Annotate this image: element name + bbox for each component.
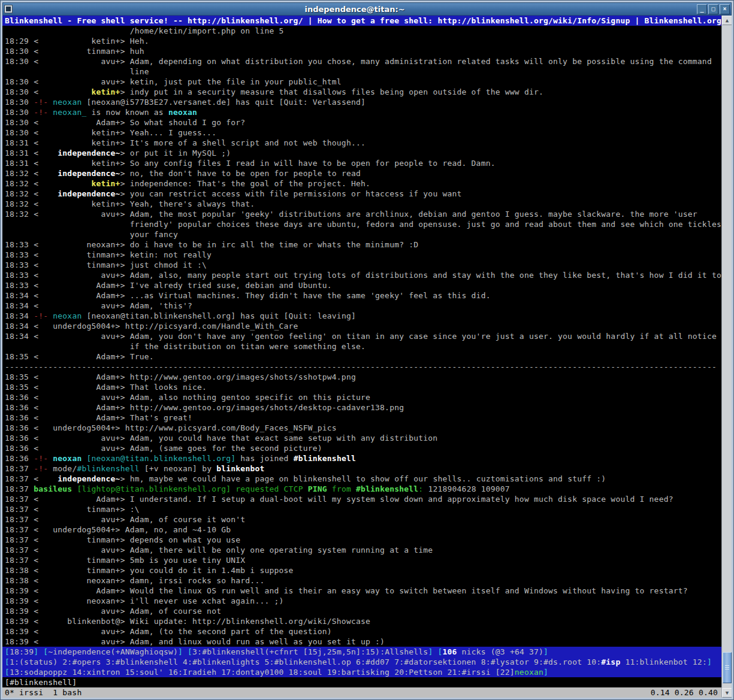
text-segment: [+v neoxan] by <box>140 464 216 473</box>
scroll-down-icon[interactable]: ▼ <box>722 688 732 698</box>
chat-row: 18:39 < neoxan+> i'll never use xchat ag… <box>2 596 721 606</box>
text-segment: has joined <box>235 454 293 463</box>
text-segment: 18:39 < neoxan+> i'll never use xchat ag… <box>5 596 284 605</box>
text-segment: 18:30 < <box>5 87 91 96</box>
text-segment: 18:36 <box>5 454 34 463</box>
text-segment: 18:32 < <box>5 189 58 198</box>
text-segment: neoxan <box>515 668 543 677</box>
input-line[interactable]: [#blinkenshell] <box>2 677 721 687</box>
text-segment: friendly' popular choices these days are… <box>5 220 721 229</box>
text-segment: 18:36 < avu+> Adam, also nothing gentoo … <box>5 393 370 402</box>
text-segment: independence~ <box>58 169 120 178</box>
text-segment: ] <box>543 647 548 656</box>
chat-row: 18:37 basileus [lightop@titan.blinkenshe… <box>2 484 721 494</box>
chat-row: 18:32 < independence~> no, the don't hav… <box>2 168 721 178</box>
topic-bar: Blinkenshell - Free shell service! -- ht… <box>2 16 721 26</box>
load-average: 0.14 0.26 0.40 <box>651 687 718 698</box>
chat-row: 18:30 < tinman+> huh <box>2 46 721 56</box>
chat-row: 18:36 < avu+> Adam, you could have that … <box>2 433 721 443</box>
chat-row: 18:38 < tinman+> you could do it in 1.4m… <box>2 565 721 575</box>
text-segment: [ <box>5 668 10 677</box>
text-segment: 18:31 < ketin+> So any config files I re… <box>5 159 496 168</box>
chat-row: 18:37 < avu+> Adam, of course it won't <box>2 514 721 525</box>
text-segment: 18:30 < ketin+> Yeah... I guess... <box>5 128 216 137</box>
screen-window-list[interactable]: 0* irssi 1 bash <box>5 687 81 698</box>
text-segment: [ <box>5 647 10 656</box>
chat-row: 18:30 < ketin+> indy put in a security m… <box>2 87 721 97</box>
text-segment: -!- <box>34 108 53 117</box>
text-segment: 18:30 < avu+> ketin, just put the file i… <box>5 77 342 86</box>
text-segment: 18:37 < avu+> Adam, there will be only o… <box>5 546 433 554</box>
chat-row: 18:39 < avu+> Adam, of course not <box>2 606 721 616</box>
text-segment: 18:37 < underdog5004+> Adam, no, and ~4-… <box>5 525 231 534</box>
text-segment: 18:39 < blinkenbot@> Wiki update: http:/… <box>5 617 370 626</box>
chat-row: 18:36 < Adam+> http://www.gentoo.org/ima… <box>2 402 721 413</box>
terminal-window: independence@titan:~ _ □ × Blinkenshell … <box>0 0 734 700</box>
text-segment: ] <box>178 647 183 656</box>
scrollbar[interactable]: ▲ ▼ <box>721 16 732 698</box>
text-segment: 11:blinkenbot 12: <box>620 657 706 666</box>
scrollbar-thumb[interactable] <box>723 652 732 683</box>
text-segment: 18:30 < avu+> Adam, depending on what di… <box>5 57 712 66</box>
chat-row: 18:35 < Adam+> True. <box>2 351 721 362</box>
text-segment: 106 <box>443 647 457 656</box>
text-segment: 18:37 < Adam+> I understand. If I setup … <box>5 495 673 504</box>
text-segment: -!- <box>34 98 53 107</box>
text-segment: is now known as <box>86 108 168 117</box>
text-segment: 18:39 < avu+> Adam, and linux would run … <box>5 637 385 646</box>
chat-row: 18:39 < blinkenbot@> Wiki update: http:/… <box>2 616 721 626</box>
title-bar[interactable]: independence@titan:~ _ □ × <box>2 2 732 16</box>
chat-row: /home/ketin/import.php on line 5 <box>2 26 721 36</box>
text-segment: requested CTCP <box>231 484 307 493</box>
chat-row: 18:31 < ketin+> So any config files I re… <box>2 158 721 168</box>
text-segment: 18:37 < tinman+> 5mb is you use tiny UNI… <box>5 556 245 565</box>
text-segment: 18:33 < neoxan+> do i have to be in irc … <box>5 240 418 249</box>
text-segment: 18:37 <box>5 464 34 473</box>
minimize-button[interactable]: _ <box>697 4 707 14</box>
close-button[interactable]: × <box>720 4 730 14</box>
maximize-button[interactable]: □ <box>708 4 718 14</box>
text-segment: -!- <box>34 454 53 463</box>
text-segment: [22] <box>496 668 515 677</box>
chat-log: /home/ketin/import.php on line 518:29 < … <box>2 26 721 647</box>
text-segment: 18:32 < <box>5 169 58 178</box>
text-segment: from <box>327 484 356 493</box>
chat-row: 18:36 -!- neoxan [neoxan@titan.blinkensh… <box>2 453 721 463</box>
status-row: [1:(status) 2:#opers 3:#blinkenshell 4:#… <box>2 657 721 667</box>
chat-row: 18:36 < avu+> Adam, also nothing gentoo … <box>2 392 721 402</box>
chat-row: 18:38 < neoxan+> damn, irssi rocks so ha… <box>2 575 721 586</box>
chat-row: 18:33 < tinman+> just chmod it :\ <box>2 260 721 270</box>
text-segment: 1218904628 109007 <box>423 484 509 493</box>
chat-row: 18:34 < avu+> Adam, 'this'? <box>2 301 721 311</box>
chat-row: if the distribution on titan were someth… <box>2 341 721 351</box>
chat-row: 18:32 < ketin+> independence: That's the… <box>2 178 721 189</box>
chat-row: 18:39 < avu+> Adam, and linux would run … <box>2 637 721 647</box>
status-row: [18:39] [~independence(+ANWaghioqsw)] [3… <box>2 647 721 657</box>
text-segment: 18:35 < Adam+> That looks nice. <box>5 383 207 392</box>
text-segment: 18:36 < Adam+> http://www.gentoo.org/ima… <box>5 403 404 412</box>
text-segment: 18:33 < Adam+> I've alredy tried suse, d… <box>5 281 332 290</box>
text-segment: nicks (@3 +64 37) <box>457 647 543 656</box>
text-segment: 18:37 < <box>5 474 58 483</box>
text-segment: 18:33 < tinman+> just chmod it :\ <box>5 260 207 269</box>
scroll-up-icon[interactable]: ▲ <box>722 16 732 25</box>
text-segment: ketin+ <box>91 87 120 96</box>
chat-row: 18:37 < underdog5004+> Adam, no, and ~4-… <box>2 525 721 535</box>
text-segment: 18:39 < Adam+> Would the linux OS run we… <box>5 586 688 595</box>
screen-status-bar: 0* irssi 1 bash 0.14 0.26 0.40 <box>2 687 721 698</box>
text-segment: > or put it in MySQL ;) <box>120 149 231 157</box>
chat-row: 18:32 < independence~> you can restrict … <box>2 189 721 199</box>
chat-row: 18:37 < tinman+> 5mb is you use tiny UNI… <box>2 555 721 565</box>
text-segment: [ <box>437 647 442 656</box>
text-segment: 18:34 < underdog5004+> http://picsyard.c… <box>5 322 298 331</box>
chat-row: ----------------------------------------… <box>2 362 721 372</box>
chat-row: friendly' popular choices these days are… <box>2 219 721 229</box>
chat-row: 18:37 < Adam+> I understand. If I setup … <box>2 494 721 504</box>
text-segment: neoxan <box>53 454 81 463</box>
text-segment: independence~ <box>58 474 120 483</box>
text-segment: 18:30 < tinman+> huh <box>5 47 144 56</box>
chat-row: 18:33 < avu+> Adam, also, many people st… <box>2 270 721 280</box>
text-segment <box>183 647 188 656</box>
terminal-content: Blinkenshell - Free shell service! -- ht… <box>2 16 721 698</box>
text-segment: 18:37 < tinman+> depends on what you use <box>5 535 240 544</box>
